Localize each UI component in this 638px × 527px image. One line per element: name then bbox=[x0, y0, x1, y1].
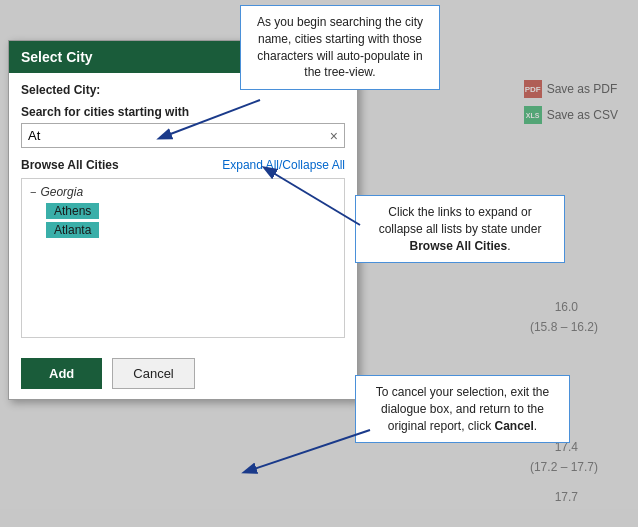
tooltip-top: As you begin searching the city name, ci… bbox=[240, 5, 440, 90]
search-row: × bbox=[21, 123, 345, 148]
add-button[interactable]: Add bbox=[21, 358, 102, 389]
tree-area: − Georgia Athens Atlanta bbox=[21, 178, 345, 338]
dialog-title: Select City bbox=[21, 49, 93, 65]
tooltip-top-text: As you begin searching the city name, ci… bbox=[257, 15, 423, 79]
tree-toggle[interactable]: − bbox=[30, 186, 36, 198]
tooltip-middle: Click the links to expand or collapse al… bbox=[355, 195, 565, 263]
city-item-athens[interactable]: Athens bbox=[46, 203, 99, 219]
cancel-button[interactable]: Cancel bbox=[112, 358, 194, 389]
state-name: Georgia bbox=[40, 185, 83, 199]
dialog-body: Selected City: Search for cities startin… bbox=[9, 73, 357, 348]
tree-state-georgia: − Georgia bbox=[30, 185, 336, 199]
tooltip-bottom: To cancel your selection, exit the dialo… bbox=[355, 375, 570, 443]
search-input[interactable] bbox=[22, 124, 324, 147]
tree-children: Athens Atlanta bbox=[30, 203, 336, 241]
select-city-dialog: Select City Selected City: Search for ci… bbox=[8, 40, 358, 400]
city-item-atlanta[interactable]: Atlanta bbox=[46, 222, 99, 238]
search-label: Search for cities starting with bbox=[21, 105, 345, 119]
expand-collapse-link[interactable]: Expand All/Collapse All bbox=[222, 158, 345, 172]
tooltip-middle-text: Click the links to expand or collapse al… bbox=[379, 205, 542, 253]
browse-title: Browse All Cities bbox=[21, 158, 119, 172]
search-clear-button[interactable]: × bbox=[324, 126, 344, 146]
dialog-footer: Add Cancel bbox=[9, 348, 357, 399]
browse-header: Browse All Cities Expand All/Collapse Al… bbox=[21, 158, 345, 172]
tooltip-bottom-text: To cancel your selection, exit the dialo… bbox=[376, 385, 549, 433]
